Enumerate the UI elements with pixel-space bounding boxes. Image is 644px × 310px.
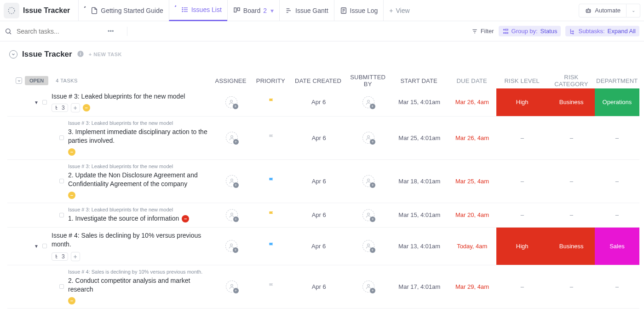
- cell-start-date[interactable]: Mar 25, 4:01am: [391, 117, 448, 159]
- cell-risk-category[interactable]: Business: [548, 88, 595, 116]
- expand-caret[interactable]: ▼: [34, 99, 39, 105]
- add-subtask-button[interactable]: +: [71, 103, 80, 112]
- info-icon[interactable]: i: [77, 50, 84, 59]
- assignee-avatar[interactable]: +: [362, 281, 374, 292]
- status-dot-icon[interactable]: −: [68, 192, 75, 199]
- collapse-list-button[interactable]: [9, 50, 17, 58]
- new-task-button[interactable]: + NEW TASK: [89, 52, 122, 57]
- cell-department[interactable]: –: [595, 117, 639, 159]
- cell-risk-category[interactable]: –: [548, 160, 595, 203]
- task-title[interactable]: 2. Conduct competitor analysis and marke…: [68, 276, 212, 294]
- task-breadcrumb[interactable]: Issue # 4: Sales is declining by 10% ver…: [68, 269, 212, 275]
- cell-risk-level[interactable]: –: [496, 265, 548, 308]
- tab-board[interactable]: Board 2 ▾: [227, 0, 279, 21]
- cell-due-date[interactable]: Mar 20, 4am: [448, 203, 496, 227]
- subtask-count-chip[interactable]: 3: [52, 252, 68, 261]
- cell-risk-category[interactable]: –: [548, 117, 595, 159]
- search-input[interactable]: [17, 28, 86, 35]
- status-dot-icon[interactable]: −: [68, 148, 75, 156]
- task-checkbox[interactable]: [59, 135, 64, 140]
- task-breadcrumb[interactable]: Issue # 3: Leaked blueprints for the new…: [68, 207, 212, 212]
- col-due-date[interactable]: DUE DATE: [448, 77, 496, 84]
- tab-issues-list[interactable]: Issues List: [169, 0, 227, 21]
- automate-button[interactable]: Automate: [579, 4, 627, 18]
- cell-risk-level[interactable]: –: [496, 203, 548, 227]
- status-chip[interactable]: OPEN: [25, 76, 48, 85]
- assignee-avatar[interactable]: +: [362, 209, 374, 221]
- subtask-count-chip[interactable]: 3: [52, 104, 68, 112]
- task-breadcrumb[interactable]: Issue # 3: Leaked blueprints for the new…: [68, 164, 212, 169]
- assignee-avatar[interactable]: +: [362, 175, 374, 187]
- priority-flag-icon[interactable]: [268, 134, 275, 142]
- cell-due-date[interactable]: Mar 25, 4am: [448, 160, 496, 203]
- task-checkbox[interactable]: [59, 213, 64, 217]
- cell-due-date[interactable]: Mar 29, 4am: [448, 265, 496, 308]
- col-risk-level[interactable]: RISK LEVEL: [496, 77, 548, 84]
- cell-start-date[interactable]: Mar 18, 4:01am: [391, 160, 448, 203]
- col-start-date[interactable]: START DATE: [390, 77, 448, 84]
- cell-department[interactable]: Sales: [595, 228, 639, 265]
- automate-expand-button[interactable]: ⌄: [627, 4, 640, 18]
- assignee-avatar[interactable]: +: [226, 281, 238, 292]
- cell-due-date[interactable]: Mar 26, 4am: [448, 88, 496, 116]
- more-options-button[interactable]: •••: [103, 28, 114, 35]
- collapse-group-button[interactable]: [16, 77, 22, 84]
- tab-issue-gantt[interactable]: Issue Gantt: [279, 0, 334, 21]
- cell-department[interactable]: –: [595, 203, 639, 227]
- cell-department[interactable]: –: [595, 160, 639, 203]
- add-view-button[interactable]: + View: [383, 0, 415, 21]
- col-department[interactable]: DEPARTMENT: [595, 77, 639, 84]
- cell-risk-category[interactable]: Business: [548, 228, 595, 265]
- cell-due-date[interactable]: Mar 26, 4am: [448, 117, 496, 159]
- assignee-avatar[interactable]: +: [362, 132, 374, 144]
- cell-department[interactable]: –: [595, 265, 639, 308]
- task-title[interactable]: Issue # 4: Sales is declining by 10% ver…: [52, 231, 212, 249]
- groupby-pill[interactable]: Group by: Status: [499, 26, 561, 36]
- task-breadcrumb[interactable]: Issue # 3: Leaked blueprints for the new…: [68, 120, 212, 126]
- assignee-avatar[interactable]: +: [362, 96, 374, 108]
- folder-settings-button[interactable]: [4, 3, 19, 18]
- task-title[interactable]: Issue # 3: Leaked blueprints for the new…: [52, 92, 185, 101]
- subtasks-pill[interactable]: Subtasks: Expand All: [565, 26, 639, 36]
- col-assignee[interactable]: ASSIGNEE: [211, 77, 251, 84]
- task-title[interactable]: 1. Investigate the source of information: [68, 214, 179, 223]
- assignee-avatar[interactable]: +: [362, 240, 374, 252]
- status-dot-icon[interactable]: −: [182, 215, 189, 222]
- task-checkbox[interactable]: [42, 100, 47, 105]
- col-date-created[interactable]: DATE CREATED: [291, 77, 345, 84]
- task-title[interactable]: 3. Implement immediate disciplinary acti…: [68, 128, 212, 146]
- assignee-avatar[interactable]: +: [225, 240, 237, 252]
- assignee-avatar[interactable]: +: [225, 96, 237, 108]
- add-subtask-button[interactable]: +: [71, 252, 80, 261]
- tab-issue-log[interactable]: Issue Log: [334, 0, 384, 21]
- col-risk-category[interactable]: RISK CATEGORY: [548, 74, 594, 88]
- cell-department[interactable]: Operations: [595, 88, 639, 116]
- col-priority[interactable]: PRIORITY: [250, 77, 291, 84]
- tab-getting-started[interactable]: Getting Started Guide: [78, 0, 168, 21]
- cell-due-date[interactable]: Today, 4am: [448, 228, 496, 265]
- cell-risk-level[interactable]: –: [496, 117, 548, 159]
- priority-flag-icon[interactable]: [268, 98, 275, 106]
- status-dot-icon[interactable]: −: [68, 297, 75, 304]
- cell-risk-level[interactable]: High: [496, 228, 548, 265]
- priority-flag-icon[interactable]: [268, 282, 275, 291]
- cell-start-date[interactable]: Mar 15, 4:01am: [391, 88, 448, 116]
- assignee-avatar[interactable]: +: [226, 132, 238, 144]
- task-title[interactable]: 2. Update the Non Disclosure Agreement a…: [68, 171, 212, 189]
- task-checkbox[interactable]: [59, 284, 64, 289]
- status-dot-icon[interactable]: −: [83, 104, 90, 111]
- search-wrap[interactable]: [5, 28, 86, 35]
- cell-start-date[interactable]: Mar 13, 4:01am: [391, 228, 448, 265]
- cell-start-date[interactable]: Mar 15, 4:01am: [391, 203, 448, 227]
- task-checkbox[interactable]: [42, 244, 47, 248]
- filter-button[interactable]: Filter: [472, 28, 494, 35]
- priority-flag-icon[interactable]: [268, 211, 275, 219]
- priority-flag-icon[interactable]: [268, 177, 275, 186]
- priority-flag-icon[interactable]: [268, 242, 275, 251]
- cell-risk-category[interactable]: –: [548, 265, 595, 308]
- cell-risk-level[interactable]: –: [496, 160, 548, 203]
- cell-risk-level[interactable]: High: [496, 88, 548, 116]
- col-submitted-by[interactable]: SUBMITTED BY: [345, 74, 390, 88]
- expand-caret[interactable]: ▼: [34, 244, 39, 249]
- cell-risk-category[interactable]: –: [548, 203, 595, 227]
